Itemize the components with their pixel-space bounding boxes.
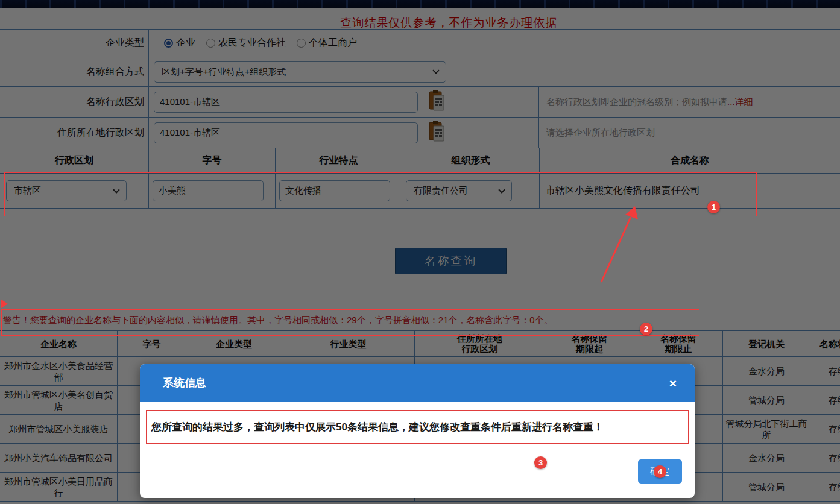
- modal-message-box: 您所查询的结果过多，查询列表中仅展示50条结果信息，建议您修改查重条件后重新进行…: [146, 410, 689, 444]
- modal-message-text: 您所查询的结果过多，查询列表中仅展示50条结果信息，建议您修改查重条件后重新进行…: [151, 420, 604, 434]
- system-info-modal: 系统信息 × 您所查询的结果过多，查询列表中仅展示50条结果信息，建议您修改查重…: [140, 364, 695, 498]
- modal-header: 系统信息 ×: [140, 364, 695, 402]
- close-icon[interactable]: ×: [669, 377, 677, 389]
- page: 查询结果仅供参考，不作为业务办理依据 企业类型 企业 农民专业合作社: [0, 0, 840, 504]
- confirm-button[interactable]: 确定: [638, 459, 682, 484]
- modal-title: 系统信息: [163, 376, 669, 390]
